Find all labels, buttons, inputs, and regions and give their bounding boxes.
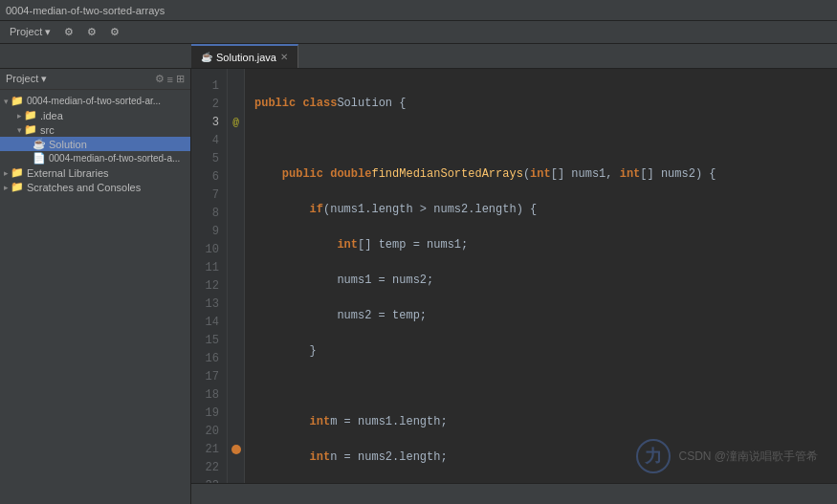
gutter-13: [228, 295, 244, 313]
tree-scratches[interactable]: ▸ 📁 Scratches and Consoles: [0, 180, 190, 194]
line-numbers: 1 2 3 4 5 6 7 8 9 10 11 12 13 14 15 16 1…: [191, 69, 228, 483]
code-line-5: int[] temp = nums1;: [254, 235, 827, 253]
sidebar-header-left: Project ▾: [6, 73, 47, 85]
menu-settings3[interactable]: ⚙: [104, 24, 125, 40]
watermark-logo-char: 力: [645, 445, 662, 468]
tree-problem-file[interactable]: 📄 0004-median-of-two-sorted-a...: [0, 151, 190, 165]
ln-20: 20: [191, 422, 227, 440]
code-line-9: [254, 377, 827, 395]
gutter-2: [228, 95, 244, 113]
gutter-3-annotation: @: [228, 113, 244, 131]
tree-idea[interactable]: ▸ 📁 .idea: [0, 108, 190, 122]
tab-close-icon[interactable]: ✕: [280, 52, 288, 62]
ln-13: 13: [191, 295, 227, 313]
gutter-8: [228, 204, 244, 222]
ln-10: 10: [191, 240, 227, 258]
ln-12: 12: [191, 276, 227, 295]
ln-17: 17: [191, 367, 227, 385]
gutter-22: [228, 458, 244, 476]
tab-bar: ☕ Solution.java ✕: [0, 44, 837, 69]
code-container[interactable]: 1 2 3 4 5 6 7 8 9 10 11 12 13 14 15 16 1…: [191, 69, 837, 483]
tree-src[interactable]: ▾ 📁 src: [0, 122, 190, 137]
gutter-7: [228, 186, 244, 204]
gutter-20: [228, 422, 244, 440]
status-bar: [191, 483, 837, 504]
ln-15: 15: [191, 331, 227, 349]
menu-settings2[interactable]: ⚙: [81, 24, 102, 40]
code-lines[interactable]: public class Solution { public double fi…: [245, 69, 837, 483]
ln-21: 21: [191, 440, 227, 458]
code-line-2: [254, 129, 827, 147]
tree-scratches-label: Scratches and Consoles: [27, 182, 141, 193]
code-line-8: }: [254, 341, 827, 360]
tree-root-label: 0004-median-of-two-sorted-ar...: [27, 96, 161, 106]
title-bar: 0004-median-of-two-sorted-arrays: [0, 0, 837, 21]
menu-settings1[interactable]: ⚙: [58, 24, 79, 40]
code-line-4: if (nums1.length > nums2.length) {: [254, 200, 827, 218]
ln-22: 22: [191, 458, 227, 476]
gutter-6: [228, 167, 244, 186]
sidebar-collapse-icon[interactable]: ≡: [167, 74, 173, 85]
ln-14: 14: [191, 313, 227, 331]
tab-solution-java[interactable]: ☕ Solution.java ✕: [191, 44, 298, 68]
ln-19: 19: [191, 404, 227, 422]
ln-2: 2: [191, 95, 227, 113]
ln-18: 18: [191, 385, 227, 404]
project-label: Project ▾: [6, 73, 47, 85]
tree-src-label: src: [40, 124, 55, 136]
gutter-15: [228, 331, 244, 349]
sidebar-expand-icon[interactable]: ⊞: [176, 73, 185, 85]
gutter-18: [228, 385, 244, 404]
gutter-10: [228, 240, 244, 258]
sidebar-icons: ⚙ ≡ ⊞: [155, 73, 185, 85]
watermark: 力 CSDN @潼南说唱歌手管希: [636, 439, 818, 473]
code-line-10: int m = nums1.length;: [254, 412, 827, 430]
sidebar-header[interactable]: Project ▾ ⚙ ≡ ⊞: [0, 69, 190, 90]
gutter-23: [228, 476, 244, 483]
tab-label: Solution.java: [216, 52, 276, 63]
tree-idea-label: .idea: [40, 110, 63, 121]
tree-area: ▾ 📁 0004-median-of-two-sorted-ar... ▸ 📁 …: [0, 90, 190, 504]
main-area: Project ▾ ⚙ ≡ ⊞ ▾ 📁 0004-median-of-two-s…: [0, 69, 837, 504]
sidebar: Project ▾ ⚙ ≡ ⊞ ▾ 📁 0004-median-of-two-s…: [0, 69, 191, 504]
gutter-1: [228, 77, 244, 95]
code-line-7: nums2 = temp;: [254, 306, 827, 324]
ln-9: 9: [191, 222, 227, 240]
ln-6: 6: [191, 167, 227, 186]
tree-root[interactable]: ▾ 📁 0004-median-of-two-sorted-ar...: [0, 94, 190, 108]
tree-ext-libs[interactable]: ▸ 📁 External Libraries: [0, 165, 190, 180]
editor-area: 1 2 3 4 5 6 7 8 9 10 11 12 13 14 15 16 1…: [191, 69, 837, 504]
menu-bar: Project ▾ ⚙ ⚙ ⚙: [0, 21, 837, 44]
gutter-4: [228, 131, 244, 149]
gutter-19: [228, 404, 244, 422]
gutter-12: [228, 276, 244, 295]
gutter-21-breakpoint[interactable]: [228, 440, 244, 458]
tree-solution-label: Solution: [49, 139, 87, 150]
gutter-17: [228, 367, 244, 385]
ln-7: 7: [191, 186, 227, 204]
ln-11: 11: [191, 258, 227, 276]
gutter-11: [228, 258, 244, 276]
gutter-14: [228, 313, 244, 331]
ln-3: 3: [191, 113, 227, 131]
code-line-3: public double findMedianSortedArrays(int…: [254, 164, 827, 183]
title-text: 0004-median-of-two-sorted-arrays: [6, 5, 165, 16]
gutter: @: [228, 69, 245, 483]
gutter-16: [228, 349, 244, 367]
ln-8: 8: [191, 204, 227, 222]
watermark-text: CSDN @潼南说唱歌手管希: [678, 449, 818, 465]
menu-project[interactable]: Project ▾: [4, 24, 56, 40]
code-line-6: nums1 = nums2;: [254, 271, 827, 289]
ln-4: 4: [191, 131, 227, 149]
tab-icon: ☕: [201, 52, 212, 62]
ln-16: 16: [191, 349, 227, 367]
watermark-logo: 力: [636, 439, 671, 473]
ln-23: 23: [191, 476, 227, 483]
tree-ext-label: External Libraries: [27, 167, 109, 179]
tree-problem-label: 0004-median-of-two-sorted-a...: [49, 153, 180, 164]
gutter-9: [228, 222, 244, 240]
tree-solution[interactable]: ☕ Solution: [0, 137, 190, 151]
sidebar-gear-icon[interactable]: ⚙: [155, 73, 165, 85]
ln-1: 1: [191, 77, 227, 95]
ln-5: 5: [191, 149, 227, 167]
